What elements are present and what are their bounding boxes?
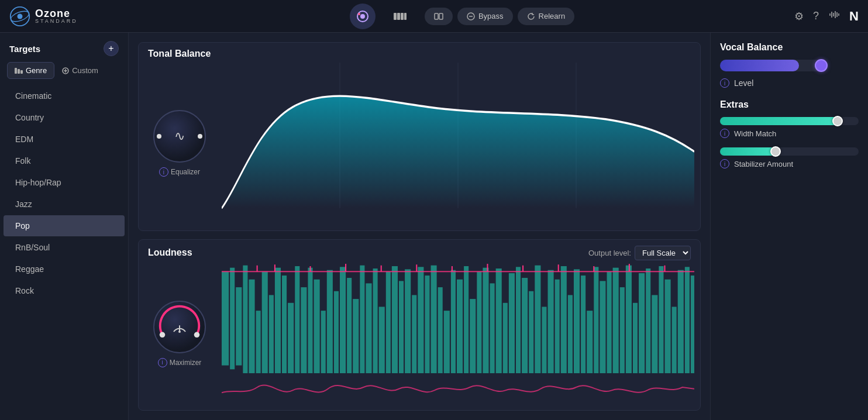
svg-rect-87: [639, 273, 645, 373]
sidebar-item-rock[interactable]: Rock: [4, 280, 125, 301]
sidebar-item-hiphop[interactable]: Hip-hop/Rap: [4, 172, 125, 193]
stabilizer-thumb[interactable]: [770, 146, 781, 157]
help-icon[interactable]: ?: [811, 8, 821, 25]
width-match-fill: [720, 117, 838, 125]
sidebar-item-rnbsoul[interactable]: RnB/Soul: [4, 237, 125, 258]
svg-rect-80: [594, 267, 598, 373]
loudness-content: i Maximizer: [139, 264, 700, 410]
width-match-label: Width Match: [734, 129, 776, 138]
tonal-knob-area: ∿ i Equalizer: [144, 63, 215, 225]
svg-rect-11: [439, 13, 443, 19]
compare-btn[interactable]: [425, 8, 453, 25]
loudness-panel: Loudness Output level: Full Scale -1 dBF…: [138, 239, 701, 411]
width-match-slider[interactable]: [720, 117, 859, 125]
toggle-fill: [720, 60, 799, 71]
svg-rect-48: [386, 271, 391, 373]
main-layout: Targets + Genre Custom Cinematic: [0, 33, 868, 420]
svg-rect-50: [399, 281, 404, 373]
svg-rect-66: [503, 302, 508, 373]
svg-rect-37: [314, 279, 320, 373]
svg-rect-84: [620, 287, 625, 373]
sidebar-item-folk[interactable]: Folk: [4, 150, 125, 171]
tab-genre[interactable]: Genre: [7, 62, 54, 79]
add-target-button[interactable]: +: [104, 41, 119, 56]
svg-rect-34: [295, 266, 299, 373]
svg-rect-49: [392, 266, 398, 373]
sidebar-header: Targets +: [0, 33, 128, 62]
width-match-info-icon[interactable]: i: [720, 129, 729, 138]
content-area: Tonal Balance ∿ i Equalizer: [129, 33, 710, 420]
svg-rect-31: [275, 267, 281, 373]
sidebar-item-country[interactable]: Country: [4, 107, 125, 128]
vocal-balance-toggle[interactable]: [720, 60, 825, 71]
extras-title: Extras: [720, 99, 859, 110]
sidebar-list: Cinematic Country EDM Folk Hip-hop/Rap J…: [0, 85, 128, 420]
equalizer-info-icon[interactable]: i: [159, 167, 168, 177]
stabilizer-slider[interactable]: [720, 147, 859, 156]
svg-rect-43: [353, 299, 359, 373]
level-info-icon[interactable]: i: [720, 78, 729, 88]
sidebar-title: Targets: [9, 44, 40, 54]
svg-rect-27: [249, 279, 254, 373]
svg-rect-77: [574, 269, 580, 373]
svg-point-5: [358, 13, 360, 15]
width-match-thumb[interactable]: [832, 116, 843, 126]
svg-rect-58: [451, 270, 456, 373]
svg-rect-83: [613, 267, 619, 373]
tab-custom[interactable]: Custom: [54, 62, 106, 79]
svg-rect-38: [321, 311, 326, 373]
svg-rect-70: [529, 291, 533, 373]
native-instruments-logo: N: [849, 9, 859, 24]
sidebar-item-reggae[interactable]: Reggae: [4, 259, 125, 280]
tonal-balance-panel: Tonal Balance ∿ i Equalizer: [138, 42, 701, 231]
settings-icon[interactable]: ⚙: [792, 8, 806, 25]
tonal-balance-svg: [222, 63, 694, 225]
audio-icon[interactable]: [826, 6, 842, 26]
svg-rect-72: [542, 307, 546, 373]
header-icons: ⚙ ? N: [792, 6, 859, 26]
tonal-chart-labels: Low Low-Mid High-Mid High: [222, 227, 694, 231]
width-match-row: i Width Match: [720, 117, 859, 138]
svg-rect-95: [691, 276, 694, 373]
sidebar-item-pop[interactable]: Pop: [4, 215, 125, 236]
output-level-select[interactable]: Full Scale -1 dBFS -3 dBFS Custom: [635, 246, 691, 260]
svg-rect-56: [438, 287, 443, 373]
svg-rect-26: [243, 265, 247, 373]
svg-rect-28: [256, 311, 261, 373]
svg-rect-23: [222, 271, 229, 365]
level-row: i Level: [720, 78, 859, 88]
equalizer-knob[interactable]: ∿: [153, 110, 206, 163]
maximizer-knob[interactable]: [153, 301, 206, 353]
svg-rect-46: [373, 268, 378, 373]
sidebar-item-cinematic[interactable]: Cinematic: [4, 85, 125, 106]
chain-view-btn[interactable]: [387, 4, 413, 29]
stabilizer-info-icon[interactable]: i: [720, 159, 729, 168]
svg-rect-24: [230, 267, 235, 369]
svg-rect-29: [262, 271, 268, 373]
tonal-chart: Low Low-Mid High-Mid High: [222, 63, 694, 225]
app-subtitle: STANDARD: [35, 19, 78, 24]
sidebar-item-jazz[interactable]: Jazz: [4, 194, 125, 215]
tonal-balance-title: Tonal Balance: [148, 49, 211, 59]
bypass-btn[interactable]: Bypass: [457, 8, 513, 25]
svg-rect-33: [288, 302, 294, 373]
svg-rect-82: [607, 271, 612, 373]
label-low: Low: [270, 229, 283, 231]
vocal-balance-toggle-row: [720, 60, 859, 71]
svg-rect-63: [483, 267, 488, 373]
knob-dot-left: [157, 134, 161, 139]
header-pills: Bypass Relearn: [425, 8, 574, 25]
svg-rect-69: [522, 278, 528, 373]
output-level-area: Output level: Full Scale -1 dBFS -3 dBFS…: [588, 246, 691, 260]
relearn-btn[interactable]: Relearn: [518, 8, 575, 25]
sidebar-item-edm[interactable]: EDM: [4, 129, 125, 150]
svg-rect-76: [568, 295, 573, 373]
svg-rect-6: [394, 13, 397, 20]
stabilizer-row: i Stabilizer Amount: [720, 147, 859, 168]
maximizer-info-icon[interactable]: i: [158, 358, 167, 367]
loudness-title: Loudness: [148, 247, 192, 258]
master-view-btn[interactable]: [350, 4, 376, 29]
svg-point-20: [160, 332, 166, 338]
sidebar: Targets + Genre Custom Cinematic: [0, 33, 129, 420]
svg-rect-81: [600, 281, 605, 373]
